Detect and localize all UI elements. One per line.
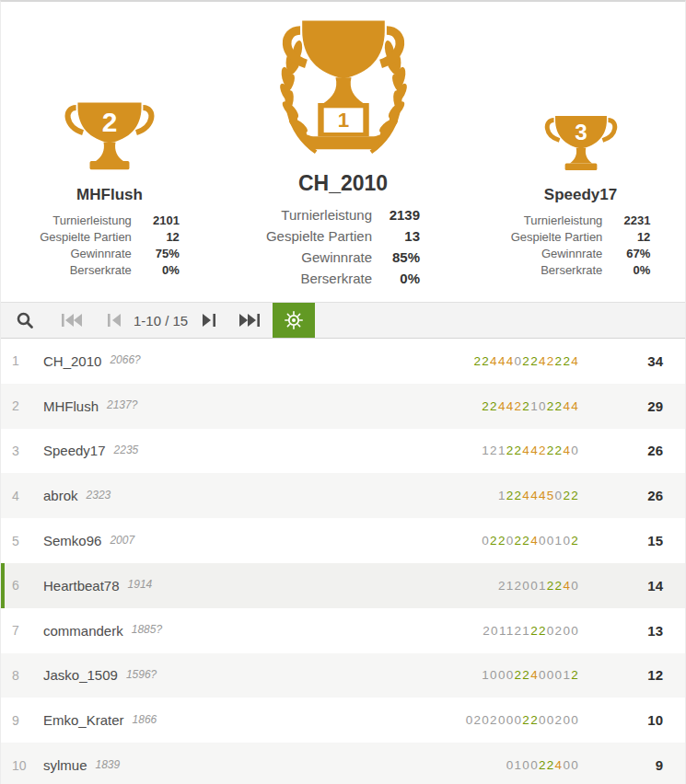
score-digit: 2: [515, 444, 523, 457]
total-score: 15: [599, 533, 663, 548]
score-digit: 2: [522, 534, 530, 548]
standings-row[interactable]: 9Emko_Krater18660202000220020010: [1, 698, 685, 743]
locate-me-button[interactable]: [273, 303, 315, 338]
rank-number: 1: [12, 353, 36, 368]
svg-text:1: 1: [337, 109, 348, 132]
score-digit: 2: [473, 354, 482, 368]
last-page-button[interactable]: [239, 313, 260, 328]
stat-value: 2101: [143, 213, 180, 227]
winner-stats: Turnierleistung 2139 Gespielte Partien 1…: [266, 207, 420, 286]
score-digit: 4: [571, 399, 579, 413]
rank-number: 9: [12, 713, 36, 728]
score-digit: 2: [515, 668, 523, 682]
score-digit: 0: [563, 713, 571, 727]
player-rating: 2137?: [107, 398, 137, 411]
score-digit: 2: [547, 579, 555, 593]
score-digit: 1: [482, 668, 490, 682]
score-digit: 1: [515, 758, 523, 772]
score-digit: 0: [530, 579, 539, 593]
player-rating: 1596?: [126, 668, 157, 681]
standings-row[interactable]: 4abrok2323122444502226: [1, 473, 685, 518]
score-digit: 4: [522, 444, 530, 457]
score-digit: 5: [547, 489, 555, 502]
standings-row[interactable]: 10sylmue18390100224009: [1, 743, 685, 784]
score-digit: 4: [530, 534, 539, 548]
player-name: sylmue: [43, 757, 87, 773]
player-rating: 2323: [87, 489, 111, 502]
standings-row[interactable]: 6Heartbeat781914212001224014: [1, 563, 685, 608]
rank-number: 10: [12, 758, 36, 773]
total-score: 26: [599, 488, 663, 503]
score-digit: 0: [571, 624, 579, 638]
player-rating: 2007: [110, 534, 134, 547]
player-name: CH_2010: [43, 353, 101, 369]
score-digit: 2: [473, 713, 482, 727]
page-range-label: 1-10 / 15: [134, 313, 188, 329]
stat-label: Gespielte Partien: [40, 230, 132, 244]
score-digit: 0: [482, 713, 490, 727]
third-stats: Turnierleistung 2231 Gespielte Partien 1…: [511, 213, 651, 277]
score-digit: 2: [571, 668, 579, 682]
podium-first: 1 CH_2010 Turnierleistung 2139 Gespielte…: [205, 15, 482, 286]
score-digit: 2: [530, 713, 539, 727]
standings-row[interactable]: 3Speedy17223512122442224026: [1, 429, 685, 474]
rank-number: 5: [12, 534, 36, 548]
stat-value: 12: [143, 230, 180, 244]
score-digit: 2: [490, 444, 498, 457]
standings-row[interactable]: 5Semko96200702202240010215: [1, 518, 685, 563]
stat-value: 85%: [383, 249, 420, 265]
score-digit: 2: [490, 713, 498, 727]
winner-name: CH_2010: [205, 171, 482, 196]
score-digit: 0: [571, 444, 579, 457]
score-digit: 2: [482, 354, 490, 368]
stat-value: 0%: [613, 263, 650, 277]
score-digit: 4: [498, 354, 506, 368]
standings-row[interactable]: 7commanderk1885?20112122020013: [1, 608, 685, 653]
first-page-button[interactable]: [62, 313, 82, 328]
prev-page-button[interactable]: [108, 313, 121, 328]
rank-number: 8: [12, 668, 36, 683]
rank-number: 2: [12, 398, 36, 413]
player-name: Jasko_1509: [43, 667, 118, 683]
stat-value: 0%: [383, 271, 420, 286]
trophy-3-icon: 3: [542, 110, 620, 173]
total-score: 26: [599, 443, 663, 458]
standings-row[interactable]: 2MHFlush2137?22442210224429: [1, 384, 685, 429]
rank-number: 7: [12, 623, 36, 638]
stat-value: 13: [383, 228, 420, 244]
score-digit: 2: [563, 489, 571, 502]
player-rating: 1839: [96, 758, 121, 771]
score-digit: 0: [506, 534, 515, 548]
score-digit: 4: [571, 354, 579, 368]
score-digit: 0: [539, 534, 547, 548]
score-digit: 2: [490, 399, 498, 413]
player-rating: 1914: [128, 578, 153, 591]
trophy-2-icon: 2: [62, 96, 157, 173]
total-score: 12: [599, 667, 663, 683]
stat-label: Turnierleistung: [511, 213, 603, 227]
player-name: Semko96: [43, 533, 101, 548]
score-digit: 0: [515, 354, 523, 368]
score-digit: 0: [522, 579, 530, 593]
score-digit: 4: [530, 489, 539, 502]
score-digit: 2: [547, 399, 555, 413]
score-digit: 4: [530, 668, 539, 682]
standings-row[interactable]: 8Jasko_15091596?10002240001212: [1, 653, 685, 698]
total-score: 10: [599, 712, 663, 728]
tournament-page: 1 CH_2010 Turnierleistung 2139 Gespielte…: [0, 0, 686, 784]
stat-label: Turnierleistung: [40, 213, 132, 227]
score-digit: 4: [539, 354, 547, 368]
total-score: 13: [599, 623, 663, 639]
score-digit: 4: [506, 399, 515, 413]
second-name: MHFlush: [17, 186, 202, 204]
score-digit: 0: [547, 534, 555, 548]
score-digit: 4: [530, 444, 539, 457]
search-icon[interactable]: [16, 311, 34, 329]
score-digit: 4: [563, 399, 571, 413]
score-digit: 1: [522, 624, 530, 638]
next-page-button[interactable]: [203, 313, 215, 328]
standings-row[interactable]: 1CH_20102066?224440224222434: [1, 339, 685, 384]
score-digit: 2: [506, 444, 515, 457]
score-digit: 2: [522, 399, 530, 413]
score-digit: 2: [483, 624, 491, 638]
